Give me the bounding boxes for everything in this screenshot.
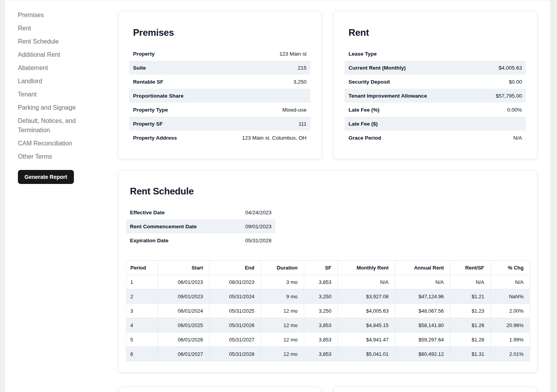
table-cell: 12 mo [261,332,304,347]
kv-label: Effective Date [130,210,165,215]
table-cell: 12 mo [261,318,304,332]
table-cell: $58,141.80 [395,318,450,332]
table-cell: 5 [126,332,158,347]
kv-value: 215 [298,65,307,71]
kv-label: Property Type [133,107,168,113]
table-header-cell: Start [158,261,210,275]
table-cell: 2.00% [491,304,530,318]
table-cell: 12 mo [261,347,304,361]
table-cell: $47,124.96 [395,289,450,304]
kv-row: Security Deposit$0.00 [345,75,526,89]
sidebar-item-rent-schedule[interactable]: Rent Schedule [18,37,100,46]
table-cell: 12 mo [261,304,304,318]
rent-schedule-table-body: 106/01/202308/31/20233 mo3,853N/AN/AN/AN… [126,275,530,361]
table-cell: 06/01/2025 [158,318,210,332]
rent-schedule-card: Rent Schedule Effective Date04/24/2023Re… [118,170,538,373]
kv-label: Rent Commencement Date [130,224,197,229]
sidebar-item-abatement[interactable]: Abatement [18,63,100,73]
kv-label: Property SF [133,121,163,127]
table-header-cell: SF [304,261,338,275]
kv-value: 123 Main st [279,51,307,57]
kv-row: Property TypeMixed-use [129,103,310,117]
kv-value: Mixed-use [282,107,307,113]
table-cell: $4,845.15 [338,318,395,332]
table-cell: NaN% [491,289,530,304]
table-cell: 3,853 [304,318,338,332]
kv-row: Grace PeriodN/A [345,131,526,145]
table-header-cell: Duration [261,261,304,275]
kv-label: Property [133,51,155,57]
premises-card-title: Premises [133,28,307,38]
kv-row: Property Address123 Main st. Columbus, O… [129,131,310,145]
kv-label: Property Address [133,135,177,141]
table-cell: 6 [126,347,158,361]
bottom-right-card-partial [333,387,538,392]
right-scroll-gutter[interactable] [550,0,557,392]
sidebar: PremisesRentRent ScheduleAdditional Rent… [18,10,100,184]
kv-row: Suite215 [129,61,310,75]
kv-row: Property123 Main st [129,47,310,61]
generate-report-button[interactable]: Generate Report [18,170,74,184]
table-cell: 05/31/2025 [210,304,261,318]
table-cell: $1.21 [450,289,491,304]
kv-value: $0.00 [509,79,522,85]
table-cell: N/A [491,275,530,289]
table-cell: 3,853 [304,332,338,347]
table-cell: 09/01/2023 [158,289,210,304]
table-header-cell: % Chg [491,261,530,275]
premises-card: Premises Property123 Main stSuite215Rent… [118,11,322,159]
table-cell: $1.26 [450,318,491,332]
kv-label: Late Fee ($) [349,121,378,127]
sidebar-item-additional-rent[interactable]: Additional Rent [18,50,100,60]
kv-row: Expiration Date05/31/2028 [126,233,275,247]
kv-value: 09/01/2023 [245,224,271,229]
premises-kv-list: Property123 Main stSuite215Rentable SF3,… [129,47,310,145]
sidebar-item-parking-and-signage[interactable]: Parking and Signage [18,103,100,112]
kv-label: Expiration Date [130,238,168,243]
rent-card-title: Rent [349,28,522,38]
kv-label: Rentable SF [133,79,163,85]
table-cell: $1.28 [450,332,491,347]
rent-schedule-table-head: PeriodStartEndDurationSFMonthly RentAnnu… [126,261,530,275]
table-cell: $4,941.47 [338,332,395,347]
kv-row: Tenant Improvement Allowance$57,795.00 [345,89,526,103]
rent-schedule-card-title: Rent Schedule [130,186,525,196]
table-cell: $1.23 [450,304,491,318]
table-header-cell: Rent/SF [450,261,491,275]
table-row: 106/01/202308/31/20233 mo3,853N/AN/AN/AN… [126,275,530,289]
table-row: 406/01/202505/31/202612 mo3,853$4,845.15… [126,318,530,332]
table-header-cell: Annual Rent [395,261,450,275]
rent-schedule-table: PeriodStartEndDurationSFMonthly RentAnnu… [126,260,530,361]
kv-label: Proportionate Share [133,93,184,99]
kv-row: Rentable SF3,250 [129,75,310,89]
kv-row: Property SF111 [129,117,310,131]
kv-value: $4,005.63 [499,65,522,71]
sidebar-item-landlord[interactable]: Landlord [18,77,100,86]
table-cell: 2 [126,289,158,304]
bottom-cards-row [118,387,538,392]
table-cell: N/A [450,275,491,289]
table-cell: 05/31/2028 [210,347,261,361]
table-cell: 1 [126,275,158,289]
sidebar-item-rent[interactable]: Rent [18,24,100,33]
kv-row: Effective Date04/24/2023 [126,205,275,219]
table-cell: N/A [395,275,450,289]
table-cell: 06/01/2024 [158,304,210,318]
left-gutter [0,0,5,392]
table-cell: $60,492.12 [395,347,450,361]
table-header-cell: Period [126,261,158,275]
sidebar-item-tenant[interactable]: Tenant [18,90,100,99]
kv-row: Current Rent (Monthly)$4,005.63 [345,61,526,75]
kv-label: Suite [133,65,146,71]
sidebar-item-cam-reconciliation[interactable]: CAM Reconciliation [18,139,100,148]
table-cell: $1.31 [450,347,491,361]
table-row: 306/01/202405/31/202512 mo3,250$4,005.63… [126,304,530,318]
sidebar-item-other-terms[interactable]: Other Terms [18,152,100,161]
sidebar-item-premises[interactable]: Premises [18,10,100,20]
sidebar-item-default-notices-termination[interactable]: Default, Notices, and Termination [18,116,100,135]
table-cell: $4,005.63 [338,304,395,318]
table-cell: 06/01/2027 [158,347,210,361]
table-cell: 06/01/2026 [158,332,210,347]
kv-value: N/A [513,135,522,141]
kv-value: 05/31/2028 [245,238,271,243]
